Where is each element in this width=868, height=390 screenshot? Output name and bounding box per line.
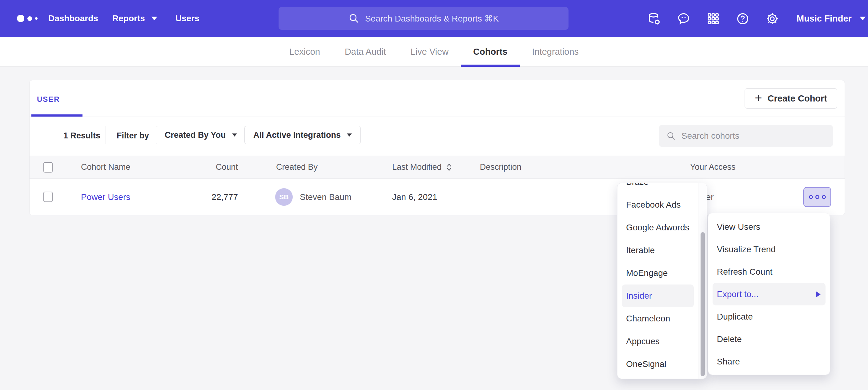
divider <box>30 117 845 117</box>
scrollbar-thumb[interactable] <box>701 232 705 376</box>
cohort-search-field[interactable] <box>659 125 833 147</box>
menu-item-google-adwords[interactable]: Google Adwords <box>617 216 698 239</box>
chevron-down-icon <box>860 17 866 20</box>
dot-icon <box>809 195 813 199</box>
help-icon[interactable] <box>736 12 750 26</box>
create-cohort-label: Create Cohort <box>768 94 827 104</box>
last-modified-date: Jan 6, 2021 <box>392 179 437 215</box>
created-by-filter-dropdown[interactable]: Created By You <box>156 126 246 144</box>
settings-gear-icon[interactable] <box>765 12 779 26</box>
table-row: Power Users 22,777 SB Steven Baum Jan 6,… <box>30 179 845 215</box>
row-actions-button[interactable] <box>803 187 831 207</box>
logo-dot-medium <box>27 16 32 21</box>
menu-item-export-to[interactable]: Export to... <box>713 283 826 305</box>
menu-item-insider[interactable]: Insider <box>622 285 694 307</box>
logo-dot-large <box>17 15 24 22</box>
nav-dashboards[interactable]: Dashboards <box>48 0 98 37</box>
menu-item-delete[interactable]: Delete <box>708 328 830 350</box>
divider <box>105 126 106 143</box>
export-to-label: Export to... <box>717 289 758 299</box>
tab-data-audit[interactable]: Data Audit <box>333 37 398 67</box>
created-by-filter-value: Created By You <box>165 130 226 140</box>
nav-users[interactable]: Users <box>176 0 199 37</box>
menu-item-visualize-trend[interactable]: Visualize Trend <box>708 238 830 261</box>
export-destinations-list: Braze Facebook Ads Google Adwords Iterab… <box>617 183 698 376</box>
cohort-search-input[interactable] <box>681 131 826 141</box>
export-destinations-menu: Braze Facebook Ads Google Adwords Iterab… <box>617 183 707 379</box>
search-icon <box>348 13 360 24</box>
integrations-filter-dropdown[interactable]: All Active Integrations <box>244 126 361 144</box>
global-search-placeholder: Search Dashboards & Reports ⌘K <box>365 13 499 24</box>
menu-item-refresh-count[interactable]: Refresh Count <box>708 261 830 283</box>
chevron-down-icon <box>151 17 157 20</box>
chevron-down-icon <box>347 133 352 136</box>
results-count: 1 Results <box>63 131 100 140</box>
global-search-bar[interactable]: Search Dashboards & Reports ⌘K <box>279 7 568 30</box>
menu-item-onesignal[interactable]: OneSignal <box>617 353 698 376</box>
header-last-modified-label: Last Modified <box>392 162 442 172</box>
menu-item-facebook-ads[interactable]: Facebook Ads <box>617 193 698 216</box>
cohorts-screen: Dashboards Reports Users Search Dashboar… <box>0 0 868 390</box>
dot-icon <box>815 195 819 199</box>
feedback-chat-icon[interactable] <box>677 12 691 26</box>
tab-lexicon[interactable]: Lexicon <box>277 37 333 67</box>
active-tab-underline <box>31 115 83 117</box>
project-name: Music Finder <box>797 13 852 24</box>
nav-users-label: Users <box>176 0 199 37</box>
chevron-down-icon <box>232 133 237 136</box>
nav-reports[interactable]: Reports <box>112 0 157 37</box>
filter-by-label: Filter by <box>117 131 149 140</box>
sort-icon <box>446 163 452 172</box>
plus-icon: + <box>755 92 762 104</box>
data-management-icon[interactable] <box>647 12 661 26</box>
cohort-count: 22,777 <box>196 179 238 215</box>
menu-item-braze[interactable]: Braze <box>617 183 698 193</box>
menu-item-chameleon[interactable]: Chameleon <box>617 307 698 330</box>
dot-icon <box>822 195 826 199</box>
create-cohort-button[interactable]: + Create Cohort <box>745 88 837 108</box>
header-last-modified[interactable]: Last Modified <box>392 156 452 178</box>
row-checkbox[interactable] <box>43 192 53 202</box>
avatar: SB <box>275 188 293 206</box>
tab-integrations[interactable]: Integrations <box>520 37 591 67</box>
tab-live-view[interactable]: Live View <box>398 37 461 67</box>
submenu-arrow-icon <box>816 291 820 297</box>
header-description: Description <box>480 156 521 178</box>
scrollbar-track <box>698 183 707 379</box>
menu-item-appcues[interactable]: Appcues <box>617 330 698 353</box>
tab-cohorts[interactable]: Cohorts <box>461 37 520 67</box>
cohort-name-link[interactable]: Power Users <box>81 192 130 202</box>
menu-item-share[interactable]: Share <box>708 350 830 373</box>
search-icon <box>666 131 676 141</box>
section-tabs: Lexicon Data Audit Live View Cohorts Int… <box>0 37 868 67</box>
nav-dashboards-label: Dashboards <box>48 0 98 37</box>
nav-reports-label: Reports <box>112 0 145 37</box>
select-all-checkbox[interactable] <box>43 162 53 172</box>
header-cohort-name: Cohort Name <box>81 156 130 178</box>
project-switcher[interactable]: Music Finder <box>797 0 866 37</box>
created-by-name: Steven Baum <box>300 179 351 215</box>
menu-item-view-users[interactable]: View Users <box>708 216 830 238</box>
tab-user-cohorts[interactable]: USER <box>37 95 60 104</box>
header-count: Count <box>196 156 238 178</box>
top-navigation-bar: Dashboards Reports Users Search Dashboar… <box>0 0 868 37</box>
menu-item-duplicate[interactable]: Duplicate <box>708 305 830 328</box>
table-header: Cohort Name Count Created By Last Modifi… <box>30 156 845 179</box>
row-actions-menu: View Users Visualize Trend Refresh Count… <box>708 213 830 375</box>
logo-dot-small <box>35 17 37 20</box>
apps-grid-icon[interactable] <box>706 12 720 26</box>
mixpanel-logo[interactable] <box>17 0 37 37</box>
menu-item-iterable[interactable]: Iterable <box>617 239 698 262</box>
cohorts-card: USER + Create Cohort 1 Results Filter by… <box>29 80 845 215</box>
header-created-by: Created By <box>276 156 318 178</box>
menu-item-moengage[interactable]: MoEngage <box>617 262 698 285</box>
header-your-access: Your Access <box>690 156 736 178</box>
integrations-filter-value: All Active Integrations <box>253 130 341 140</box>
